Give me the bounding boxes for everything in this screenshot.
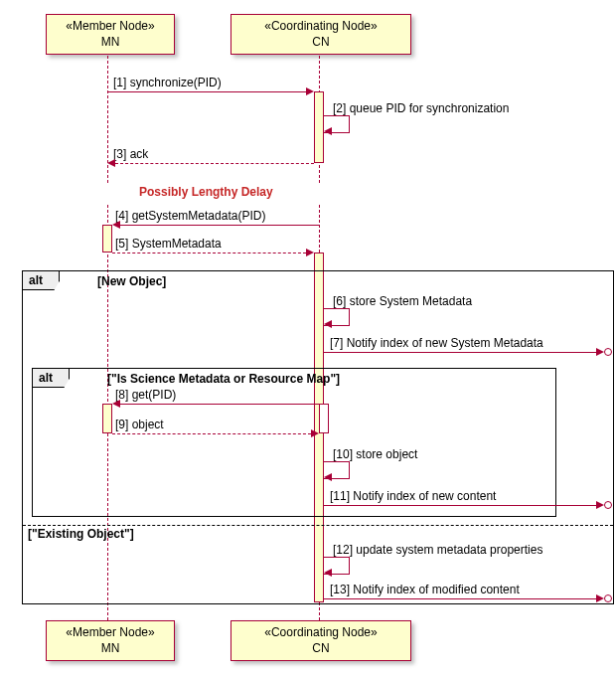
- activation-mn-1: [102, 225, 112, 253]
- arrowhead-7: [596, 348, 604, 356]
- msg-6: [6] store System Metadata: [333, 294, 472, 308]
- msg-3: [3] ack: [113, 147, 148, 161]
- arrow-9: [112, 433, 311, 434]
- arrowhead-13: [596, 594, 604, 602]
- participant-mn-top: «Member Node» MN: [46, 14, 175, 55]
- arrowhead-12: [324, 569, 332, 577]
- mn-stereotype-b: «Member Node»: [66, 625, 154, 639]
- msg-10: [10] store object: [333, 447, 417, 461]
- arrow-8: [120, 404, 319, 405]
- gate-11: [604, 501, 612, 509]
- arrow-7: [324, 352, 600, 353]
- cn-stereotype: «Coordinating Node»: [264, 19, 377, 33]
- msg-9: [9] object: [115, 418, 164, 431]
- alt-outer-guard2: ["Existing Object"]: [28, 527, 134, 541]
- msg-1: [1] synchronize(PID): [113, 76, 222, 89]
- arrowhead-10: [324, 473, 332, 481]
- arrowhead-4: [112, 221, 120, 229]
- arrow-4: [120, 225, 319, 226]
- sequence-diagram: «Member Node» MN «Coordinating Node» CN …: [10, 10, 616, 666]
- mn-stereotype: «Member Node»: [66, 19, 154, 33]
- arrow-1: [107, 91, 306, 92]
- alt-outer-guard1: [New Objec]: [97, 274, 166, 288]
- msg-2: [2] queue PID for synchronization: [333, 101, 509, 115]
- msg-4: [4] getSystemMetadata(PID): [115, 209, 265, 223]
- mn-name-b: MN: [101, 641, 120, 655]
- activation-cn-1: [314, 91, 324, 163]
- arrow-11: [324, 505, 600, 506]
- participant-cn-bottom: «Coordinating Node» CN: [231, 620, 411, 661]
- delay-label: Possibly Lengthy Delay: [139, 185, 273, 199]
- cn-stereotype-b: «Coordinating Node»: [264, 625, 377, 639]
- arrowhead-1: [306, 87, 314, 95]
- arrowhead-6: [324, 320, 332, 328]
- msg-13: [13] Notify index of modified content: [330, 583, 520, 596]
- arrowhead-9: [311, 429, 319, 437]
- participant-mn-bottom: «Member Node» MN: [46, 620, 175, 661]
- msg-5: [5] SystemMetadata: [115, 237, 222, 251]
- msg-7: [7] Notify index of new System Metadata: [330, 336, 543, 350]
- cn-name-b: CN: [312, 641, 329, 655]
- alt-inner-guard1: ["Is Science Metadata or Resource Map"]: [107, 372, 340, 386]
- participant-cn-top: «Coordinating Node» CN: [231, 14, 411, 55]
- arrow-3: [115, 163, 314, 164]
- cn-name: CN: [312, 35, 329, 49]
- gate-13: [604, 594, 612, 602]
- arrowhead-5: [306, 249, 314, 256]
- arrowhead-8: [112, 400, 120, 408]
- msg-8: [8] get(PID): [115, 388, 176, 402]
- arrow-13: [324, 598, 600, 599]
- alt-inner-label: alt: [33, 369, 70, 388]
- mn-name: MN: [101, 35, 120, 49]
- msg-11: [11] Notify index of new content: [330, 489, 496, 503]
- gate-7: [604, 348, 612, 356]
- arrowhead-3: [107, 159, 115, 167]
- arrow-5: [112, 253, 306, 253]
- arrowhead-2: [324, 127, 332, 135]
- msg-12: [12] update system metadata properties: [333, 543, 542, 557]
- alt-outer-label: alt: [23, 271, 60, 290]
- alt-outer-divider: [23, 525, 613, 526]
- arrowhead-11: [596, 501, 604, 509]
